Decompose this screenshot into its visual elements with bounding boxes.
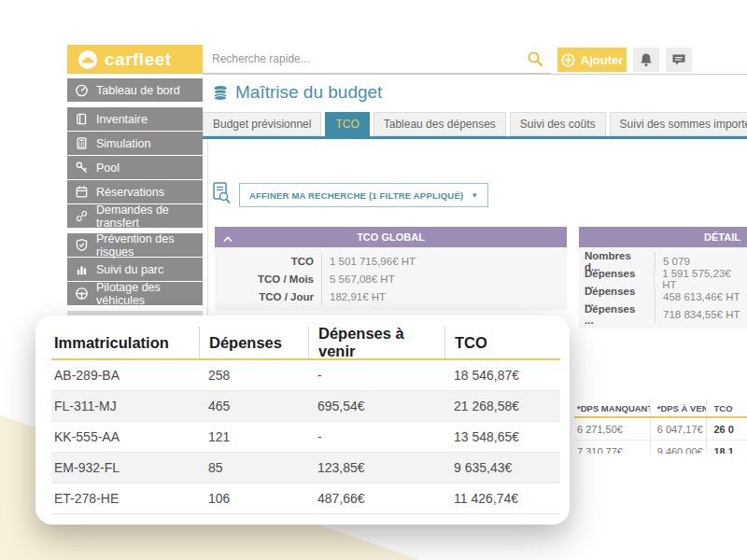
sidebar-item-inventaire[interactable]: Inventaire: [67, 107, 203, 131]
vehicle-table-card: Immatriculation Dépenses Dépenses à veni…: [35, 315, 570, 525]
cell-immatriculation: AB-289-BA: [51, 368, 199, 383]
shield-icon: [75, 238, 89, 252]
sidebar-item-label: Pilotage des véhicules: [96, 281, 203, 307]
tab-suivi-des-sommes-importees[interactable]: Suivi des sommes importées: [610, 112, 747, 136]
search-input[interactable]: [203, 45, 551, 73]
cell-tco: 11 426,74€: [444, 491, 560, 506]
kv-value: 1 591 575,23€ HT: [655, 268, 747, 290]
sidebar-item-label: Demandes de transfert: [96, 203, 203, 230]
steering-wheel-icon: [75, 287, 89, 301]
cell-immatriculation: EM-932-FL: [51, 460, 199, 475]
sidebar-item-label: Suivi du parc: [96, 263, 163, 276]
bell-icon: [639, 52, 654, 67]
sidebar-item-prevention-des-risques[interactable]: Prévention des risques: [67, 233, 203, 257]
sidebar-item-label: Pool: [96, 161, 120, 175]
sidebar-item-suivi-du-parc[interactable]: Suivi du parc: [67, 258, 203, 281]
table-row[interactable]: FL-311-MJ 465 695,54€ 21 268,58€: [51, 391, 560, 422]
page-title-text: Maîtrise du budget: [235, 82, 382, 103]
col-depenses: Dépenses: [199, 327, 308, 358]
tab-bar: Budget prévisionnel TCO Tableau des dépe…: [203, 112, 747, 136]
quick-search: [203, 45, 551, 74]
cell-immatriculation: ET-278-HE: [51, 491, 199, 506]
dps-cell: 7 310,77€: [574, 441, 651, 454]
table-row[interactable]: EM-932-FL 85 123,85€ 9 635,43€: [51, 453, 560, 483]
brand-name: carfleet: [105, 49, 172, 70]
tab-budget-previsionnel[interactable]: Budget prévisionnel: [203, 112, 321, 136]
dps-cell: 6 271,50€: [574, 418, 651, 440]
col-depenses-a-venir: Dépenses à venir: [308, 327, 444, 358]
chat-icon: [671, 52, 686, 67]
key-icon: [75, 161, 89, 175]
cell-immatriculation: KK-555-AA: [51, 429, 199, 444]
sidebar-item-label: Tableau de bord: [96, 84, 180, 97]
sidebar-item-pilotage-des-vehicules[interactable]: Pilotage des véhicules: [67, 282, 203, 305]
cell-depenses: 85: [199, 460, 308, 475]
bar-chart-icon: [75, 262, 89, 276]
app-logo[interactable]: carfleet: [67, 45, 203, 74]
detail-title: DÉTAIL: [579, 231, 747, 243]
add-button[interactable]: Ajouter: [557, 48, 627, 72]
tco-global-body: TCO 1 501 715,96€ HT TCO / Mois 5 567,08…: [215, 247, 567, 311]
col-immatriculation: Immatriculation: [51, 327, 199, 358]
table-row[interactable]: 7 310,77€ 9 460,00€ 18 1: [574, 441, 747, 454]
car-logo-icon: [78, 50, 97, 69]
kv-row: TCO 1 501 715,96€ HT: [215, 252, 567, 270]
vehicle-table: Immatriculation Dépenses Dépenses à veni…: [51, 327, 560, 514]
table-row[interactable]: KK-555-AA 121 - 13 548,65€: [51, 422, 560, 453]
sidebar-item-label: Prévention des risques: [96, 232, 203, 259]
sidebar-item-demandes-de-transfert[interactable]: Demandes de transfert: [67, 204, 203, 228]
coins-icon: [212, 85, 229, 101]
kv-label: Dépenses ...: [579, 305, 655, 323]
dps-cell: 6 047,17€: [651, 418, 707, 440]
kv-value: 718 834,55€ HT: [655, 309, 740, 320]
table-row[interactable]: ET-278-HE 106 487,66€ 11 426,74€: [51, 483, 560, 514]
tab-tco[interactable]: TCO: [325, 112, 369, 136]
notifications-button[interactable]: [633, 48, 659, 72]
search-icon[interactable]: [527, 50, 543, 71]
table-row[interactable]: AB-289-BA 258 - 18 546,87€: [51, 360, 560, 391]
tab-suivi-des-couts[interactable]: Suivi des coûts: [510, 112, 606, 136]
sidebar-item-reservations[interactable]: Réservations: [67, 180, 203, 203]
kv-value: 182,91€ HT: [322, 291, 386, 302]
cell-depenses: 258: [199, 368, 308, 383]
kv-row: Dépenses ... 718 834,55€ HT: [579, 305, 747, 323]
cell-tco: 9 635,43€: [444, 460, 560, 475]
dps-col-manquantes: *DPS MANQUANTES: [574, 399, 651, 416]
sidebar-section-2: Inventaire Simulation Pool Réservations …: [67, 107, 203, 228]
sidebar-item-tableau-de-bord[interactable]: Tableau de bord: [67, 78, 203, 102]
search-document-icon: [211, 181, 232, 209]
detail-header[interactable]: DÉTAIL: [579, 227, 747, 247]
messages-button[interactable]: [666, 48, 692, 72]
refine-search-label: AFFINER MA RECHERCHE (1 FILTRE APPLIQUÉ): [249, 190, 463, 201]
cell-tco: 21 268,58€: [444, 399, 560, 413]
cell-tco: 13 548,65€: [444, 429, 560, 444]
cell-depenses: 465: [199, 399, 308, 413]
table-row[interactable]: 6 271,50€ 6 047,17€ 26 0: [574, 418, 747, 441]
kv-value: 458 613,46€ HT: [655, 291, 740, 302]
tab-tableau-des-depenses[interactable]: Tableau des dépenses: [374, 112, 506, 136]
dps-table-header: *DPS MANQUANTES *DPS À VENIR TCO: [574, 399, 747, 418]
sidebar-item-label: Simulation: [96, 137, 150, 150]
dps-cell: 9 460,00€: [651, 441, 707, 454]
sidebar-item-pool[interactable]: Pool: [67, 156, 203, 179]
detail-panel: DÉTAIL Nombres d... 5 079 Dépenses ... 1…: [579, 227, 747, 329]
topbar-divider: [203, 74, 747, 75]
kv-label: TCO / Jour: [215, 287, 322, 305]
col-tco: TCO: [444, 327, 560, 358]
kv-value: 5 079: [655, 256, 690, 267]
link-icon: [75, 209, 89, 223]
cell-depenses-a-venir: 487,66€: [308, 491, 444, 506]
sidebar-item-simulation[interactable]: Simulation: [67, 132, 203, 155]
tco-global-title: TCO GLOBAL: [215, 231, 567, 243]
dps-table: *DPS MANQUANTES *DPS À VENIR TCO 6 271,5…: [574, 399, 747, 454]
tco-global-panel: TCO GLOBAL TCO 1 501 715,96€ HT TCO / Mo…: [215, 227, 567, 311]
tco-global-header[interactable]: TCO GLOBAL: [215, 227, 567, 247]
chevron-down-icon: ▼: [471, 191, 478, 200]
refine-search-button[interactable]: AFFINER MA RECHERCHE (1 FILTRE APPLIQUÉ)…: [239, 183, 488, 207]
sidebar-section-1: Tableau de bord: [67, 78, 203, 102]
cell-depenses: 121: [199, 429, 308, 444]
kv-label: TCO: [215, 252, 322, 270]
sidebar-item-label: Inventaire: [96, 113, 148, 126]
cell-depenses-a-venir: -: [308, 429, 444, 444]
cell-tco: 18 546,87€: [444, 368, 560, 383]
